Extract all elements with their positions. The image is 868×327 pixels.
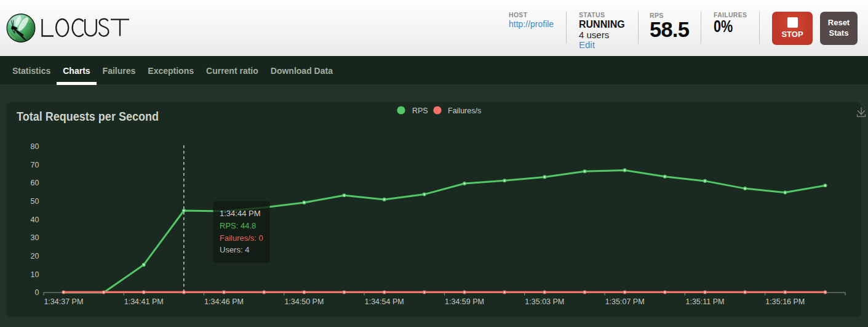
svg-text:50: 50 xyxy=(31,197,39,206)
svg-text:1:34:46 PM: 1:34:46 PM xyxy=(204,297,244,306)
svg-text:1:35:07 PM: 1:35:07 PM xyxy=(605,297,645,306)
svg-text:1:35:03 PM: 1:35:03 PM xyxy=(525,297,564,306)
svg-text:RPS: RPS xyxy=(412,107,428,115)
svg-text:60: 60 xyxy=(31,179,39,187)
svg-text:40: 40 xyxy=(31,216,39,224)
svg-text:70: 70 xyxy=(31,161,39,169)
svg-text:0: 0 xyxy=(35,288,39,297)
svg-text:Users: 4: Users: 4 xyxy=(220,245,249,254)
svg-text:Failures/s: Failures/s xyxy=(448,107,481,115)
svg-text:1:35:11 PM: 1:35:11 PM xyxy=(685,297,724,306)
svg-text:1:35:16 PM: 1:35:16 PM xyxy=(765,297,805,306)
svg-text:1:34:59 PM: 1:34:59 PM xyxy=(445,297,484,306)
svg-text:Failures/s: 0: Failures/s: 0 xyxy=(220,233,263,243)
svg-text:20: 20 xyxy=(31,252,39,260)
svg-text:Total Requests per Second: Total Requests per Second xyxy=(17,110,159,123)
svg-text:10: 10 xyxy=(31,270,39,279)
svg-text:1:34:50 PM: 1:34:50 PM xyxy=(284,297,324,306)
svg-text:1:34:54 PM: 1:34:54 PM xyxy=(365,297,404,306)
svg-text:80: 80 xyxy=(31,142,39,151)
svg-text:30: 30 xyxy=(31,233,39,242)
svg-text:1:34:37 PM: 1:34:37 PM xyxy=(44,297,83,306)
svg-text:1:34:44 PM: 1:34:44 PM xyxy=(220,209,261,218)
svg-text:RPS: 44.8: RPS: 44.8 xyxy=(220,221,256,230)
svg-text:1:34:41 PM: 1:34:41 PM xyxy=(124,297,164,306)
